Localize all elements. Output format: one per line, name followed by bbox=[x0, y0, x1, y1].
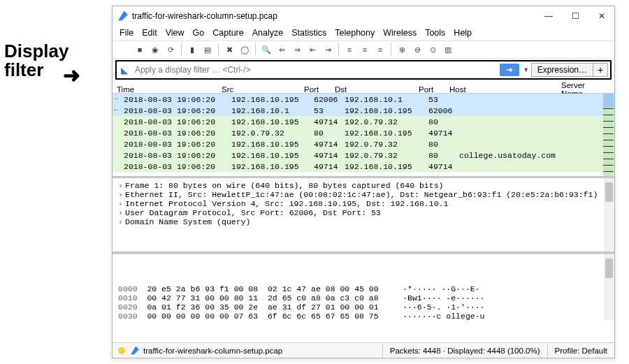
column-header-dst[interactable]: Dst bbox=[335, 85, 419, 94]
menu-file[interactable]: File bbox=[120, 28, 133, 38]
toolbar-button-11[interactable]: 🔍 bbox=[260, 43, 273, 56]
toolbar-button-24[interactable]: ▥ bbox=[442, 43, 454, 56]
maximize-button[interactable]: ☐ bbox=[568, 11, 582, 21]
toolbar-button-12[interactable]: ⇐ bbox=[275, 43, 288, 56]
hex-row[interactable]: 0030 00 00 00 00 00 00 07 63 6f 6c 6c 65… bbox=[118, 312, 609, 320]
packet-details-pane[interactable]: ›Frame 1: 80 bytes on wire (640 bits), 8… bbox=[113, 178, 614, 252]
menu-tools[interactable]: Tools bbox=[425, 28, 445, 38]
bookmark-icon[interactable]: ◣ bbox=[117, 65, 132, 75]
packet-cell-dport: 80 bbox=[428, 117, 459, 126]
packet-cell-dport: 49714 bbox=[428, 162, 459, 171]
detail-row[interactable]: ›Domain Name System (query) bbox=[118, 217, 609, 226]
packet-row[interactable]: 2018-08-03 19:06:20192.168.10.1954971419… bbox=[113, 138, 614, 150]
packet-cell-time: 2018-08-03 19:06:20 bbox=[124, 129, 231, 138]
packet-cell-dst: 192.168.10.195 bbox=[345, 162, 428, 171]
toolbar-button-13[interactable]: ⇒ bbox=[291, 43, 303, 56]
menu-capture[interactable]: Capture bbox=[212, 28, 243, 38]
scrollbar[interactable] bbox=[604, 178, 614, 252]
add-filter-button[interactable]: + bbox=[593, 63, 608, 77]
toolbar-button-17[interactable]: ≡ bbox=[343, 43, 356, 56]
expression-button[interactable]: Expression… bbox=[531, 63, 593, 77]
toolbar-button-19[interactable]: ≡ bbox=[374, 43, 386, 56]
packet-cell-sport: 80 bbox=[314, 129, 345, 138]
packet-bytes-pane[interactable]: 0000 20 e5 2a b6 93 f1 00 08 02 1c 47 ae… bbox=[113, 254, 614, 320]
toolbar-button-9[interactable]: ◯ bbox=[238, 43, 251, 56]
scrollbar[interactable] bbox=[604, 254, 614, 320]
display-filter-input[interactable] bbox=[132, 64, 498, 76]
annotation-line1: Display bbox=[4, 42, 69, 61]
toolbar-button-6[interactable]: ▤ bbox=[201, 43, 214, 56]
expert-info-icon[interactable] bbox=[118, 347, 125, 354]
close-button[interactable]: ✕ bbox=[595, 11, 609, 21]
menu-analyze[interactable]: Analyze bbox=[252, 28, 283, 38]
toolbar-button-21[interactable]: ⊕ bbox=[396, 43, 408, 56]
toolbar-button-0[interactable] bbox=[118, 43, 131, 56]
column-header-src[interactable]: Src bbox=[222, 85, 304, 94]
apply-filter-button[interactable]: ➔ bbox=[500, 64, 519, 76]
detail-row[interactable]: ›Ethernet II, Src: HewlettP_1c:47:ae (00… bbox=[118, 190, 609, 199]
toolbar-button-23[interactable]: ⊙ bbox=[426, 43, 439, 56]
packet-cell-src: 192.168.10.195 bbox=[231, 140, 314, 149]
detail-row[interactable]: ›User Datagram Protocol, Src Port: 62006… bbox=[118, 208, 609, 217]
packet-cell-src: 192.168.10.195 bbox=[231, 151, 314, 160]
packet-cell-sport: 53 bbox=[314, 106, 345, 115]
detail-row[interactable]: ›Frame 1: 80 bytes on wire (640 bits), 8… bbox=[118, 181, 609, 190]
menubar[interactable]: FileEditViewGoCaptureAnalyzeStatisticsTe… bbox=[113, 25, 614, 41]
capture-file-icon bbox=[131, 347, 139, 355]
menu-help[interactable]: Help bbox=[454, 28, 472, 38]
packet-row[interactable]: 2018-08-03 19:06:20192.168.10.1956200619… bbox=[113, 94, 614, 105]
packet-list[interactable]: →2018-08-03 19:06:20192.168.10.195620061… bbox=[113, 94, 614, 176]
hex-row[interactable]: 0010 00 42 77 31 00 00 80 11 2d 65 c0 a8… bbox=[118, 293, 609, 303]
toolbar-button-22[interactable]: ⊖ bbox=[411, 43, 424, 56]
packet-row[interactable]: 2018-08-03 19:06:20192.0.79.3280192.168.… bbox=[113, 127, 614, 138]
column-header-host[interactable]: Host bbox=[449, 85, 561, 94]
packet-row[interactable]: 2018-08-03 19:06:20192.168.10.1954971419… bbox=[113, 161, 614, 172]
main-toolbar[interactable]: ■◉⟳▮▤✖◯🔍⇐⇒⇤⇥≡≡≡⊕⊖⊙▥ bbox=[113, 41, 614, 59]
packet-cell-dst: 192.0.79.32 bbox=[345, 117, 428, 126]
packet-minimap[interactable] bbox=[603, 94, 614, 176]
packet-row[interactable]: 2018-08-03 19:06:20192.168.10.153192.168… bbox=[113, 105, 614, 116]
packet-cell-src: 192.0.79.32 bbox=[231, 129, 314, 138]
packet-cell-time: 2018-08-03 19:06:20 bbox=[124, 106, 231, 115]
packet-cell-dst: 192.168.10.195 bbox=[345, 129, 428, 138]
toolbar-button-18[interactable]: ≡ bbox=[359, 43, 371, 56]
detail-row[interactable]: ›Internet Protocol Version 4, Src: 192.1… bbox=[118, 199, 609, 208]
toolbar-button-15[interactable]: ⇥ bbox=[321, 43, 334, 56]
filter-dropdown-icon[interactable]: ▼ bbox=[521, 66, 531, 73]
status-profile[interactable]: Profile: Default bbox=[547, 343, 614, 358]
packet-cell-sport: 49714 bbox=[314, 117, 345, 126]
status-packet-stats: Packets: 4448 · Displayed: 4448 (100.0%) bbox=[382, 343, 547, 358]
menu-telephony[interactable]: Telephony bbox=[335, 28, 375, 38]
display-filter-bar: ◣ ➔ ▼ Expression… + bbox=[115, 60, 612, 80]
column-header-port[interactable]: Port bbox=[304, 85, 335, 94]
menu-edit[interactable]: Edit bbox=[142, 28, 157, 38]
window-title: traffic-for-wireshark-column-setup.pcap bbox=[132, 11, 542, 21]
packet-cell-time: 2018-08-03 19:06:20 bbox=[124, 95, 231, 104]
minimize-button[interactable]: — bbox=[542, 11, 556, 21]
toolbar-button-2[interactable]: ◉ bbox=[149, 43, 161, 56]
packet-list-header[interactable]: TimeSrcPortDstPortHostServer Name bbox=[113, 81, 614, 94]
toolbar-separator bbox=[255, 43, 256, 56]
packet-cell-time: 2018-08-03 19:06:20 bbox=[124, 140, 231, 149]
menu-go[interactable]: Go bbox=[193, 28, 205, 38]
packet-row[interactable]: 2018-08-03 19:06:20192.168.10.1954971419… bbox=[113, 116, 614, 127]
toolbar-button-1[interactable]: ■ bbox=[133, 43, 146, 56]
packet-cell-src: 192.168.10.195 bbox=[231, 95, 314, 104]
menu-wireless[interactable]: Wireless bbox=[383, 28, 417, 38]
menu-view[interactable]: View bbox=[166, 28, 185, 38]
packet-cell-dst: 192.168.10.195 bbox=[345, 106, 428, 115]
toolbar-button-14[interactable]: ⇤ bbox=[306, 43, 319, 56]
annotation-line2: filter bbox=[4, 61, 69, 80]
toolbar-button-3[interactable]: ⟳ bbox=[164, 43, 177, 56]
packet-cell-dst: 192.0.79.32 bbox=[345, 140, 428, 149]
toolbar-button-5[interactable]: ▮ bbox=[186, 43, 198, 56]
menu-statistics[interactable]: Statistics bbox=[291, 28, 326, 38]
packet-cell-time: 2018-08-03 19:06:20 bbox=[124, 151, 231, 160]
hex-row[interactable]: 0000 20 e5 2a b6 93 f1 00 08 02 1c 47 ae… bbox=[118, 284, 609, 293]
hex-row[interactable]: 0020 0a 01 f2 36 00 35 00 2e ae 31 df 27… bbox=[118, 303, 609, 312]
column-header-port[interactable]: Port bbox=[419, 85, 449, 94]
packet-cell-sport: 49714 bbox=[314, 140, 345, 149]
toolbar-button-8[interactable]: ✖ bbox=[223, 43, 236, 56]
packet-row[interactable]: 2018-08-03 19:06:20192.168.10.1954971419… bbox=[113, 150, 614, 161]
column-header-time[interactable]: Time bbox=[117, 85, 222, 94]
